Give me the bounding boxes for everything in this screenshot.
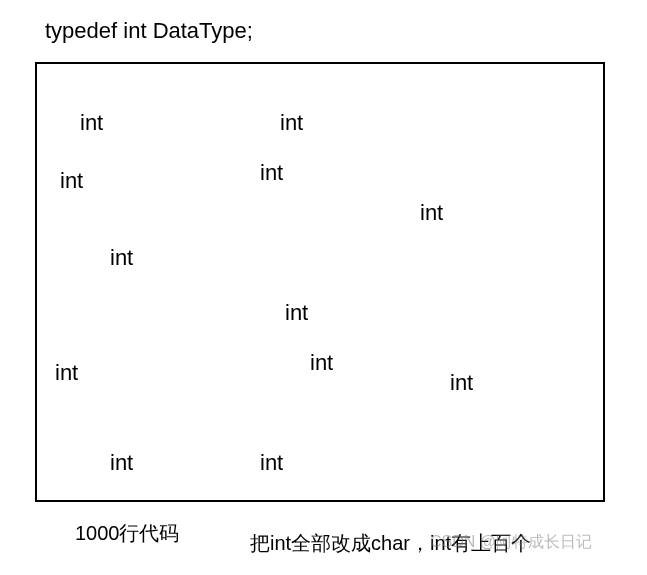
- watermark: CSDN @阿特成长日记: [430, 532, 592, 553]
- int-label-0: int: [80, 110, 103, 136]
- int-label-4: int: [420, 200, 443, 226]
- int-label-2: int: [60, 168, 83, 194]
- int-label-11: int: [260, 450, 283, 476]
- int-label-5: int: [110, 245, 133, 271]
- typedef-title: typedef int DataType;: [45, 18, 253, 44]
- int-label-6: int: [285, 300, 308, 326]
- int-label-8: int: [55, 360, 78, 386]
- code-box: [35, 62, 605, 502]
- int-label-10: int: [110, 450, 133, 476]
- int-label-9: int: [450, 370, 473, 396]
- int-label-7: int: [310, 350, 333, 376]
- caption-left: 1000行代码: [75, 520, 180, 547]
- int-label-3: int: [260, 160, 283, 186]
- int-label-1: int: [280, 110, 303, 136]
